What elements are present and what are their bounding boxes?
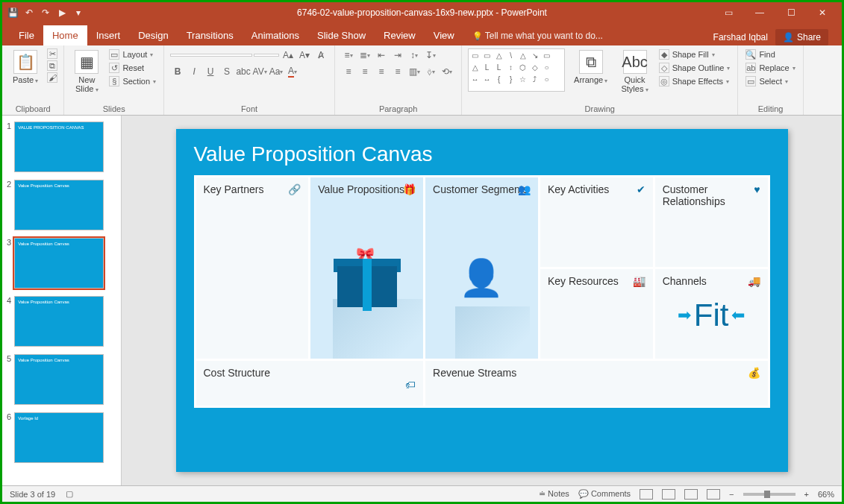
minimize-button[interactable]: — xyxy=(745,4,775,22)
shape-effects-button[interactable]: ◎Shape Effects xyxy=(657,75,732,87)
justify-icon[interactable]: ≡ xyxy=(390,65,405,78)
align-right-icon[interactable]: ≡ xyxy=(374,65,389,78)
text-shadow-icon[interactable]: abc xyxy=(236,65,251,78)
close-button[interactable]: ✕ xyxy=(807,4,837,22)
tab-transitions[interactable]: Transitions xyxy=(178,25,243,45)
text-direction-icon[interactable]: ↧ xyxy=(423,48,438,62)
underline-icon[interactable]: U xyxy=(203,65,218,78)
slide-thumbnails-panel[interactable]: 1VALUE PROPOSITION CANVAS 2Value Proposi… xyxy=(2,116,122,485)
tell-me-input[interactable]: Tell me what you want to do... xyxy=(463,26,612,45)
comments-button[interactable]: 💬 Comments xyxy=(578,489,631,499)
new-slide-button[interactable]: ▦New Slide xyxy=(70,48,103,95)
thumbnail-1[interactable]: 1VALUE PROPOSITION CANVAS xyxy=(7,122,116,172)
strikethrough-icon[interactable]: S xyxy=(219,65,234,78)
cell-customer-segments[interactable]: Customer Segments👥 👤 xyxy=(425,177,538,359)
font-size-input[interactable] xyxy=(254,54,279,57)
align-center-icon[interactable]: ≡ xyxy=(357,65,372,78)
thumbnail-2[interactable]: 2Value Proposition Canvas xyxy=(7,180,116,230)
tab-home[interactable]: Home xyxy=(43,25,87,45)
quick-styles-button[interactable]: AbcQuick Styles xyxy=(616,48,652,95)
smartart-icon[interactable]: ⟲ xyxy=(440,65,454,78)
reading-view-button[interactable] xyxy=(684,489,698,500)
qat-dropdown-icon[interactable]: ▾ xyxy=(72,7,84,19)
shapes-gallery[interactable]: ▭▭△\△↘▭ △LL↕⬡◇○ ↔↔{}☆⤴○ xyxy=(468,48,565,92)
font-face-input[interactable] xyxy=(170,54,252,57)
tab-review[interactable]: Review xyxy=(375,25,425,45)
ribbon-display-icon[interactable]: ▭ xyxy=(713,4,743,22)
section-button[interactable]: §Section xyxy=(107,75,157,87)
label-key-activities: Key Activities xyxy=(548,183,645,195)
share-button[interactable]: 👤Share xyxy=(775,29,828,45)
clear-formatting-icon[interactable]: A̷ xyxy=(313,48,328,62)
cell-revenue-streams[interactable]: Revenue Streams💰 xyxy=(425,361,767,406)
undo-icon[interactable]: ↶ xyxy=(23,7,35,19)
start-from-beginning-icon[interactable]: ▶ xyxy=(56,7,68,19)
tab-view[interactable]: View xyxy=(425,25,463,45)
maximize-button[interactable]: ☐ xyxy=(776,4,806,22)
tab-slideshow[interactable]: Slide Show xyxy=(308,25,375,45)
slide[interactable]: Value Proposition Canvas Key Partners🔗 K… xyxy=(176,129,788,472)
bold-icon[interactable]: B xyxy=(170,65,185,78)
tab-insert[interactable]: Insert xyxy=(87,25,130,45)
fit-text: Fit xyxy=(694,297,729,333)
character-spacing-icon[interactable]: AV xyxy=(252,65,267,78)
decrease-indent-icon[interactable]: ⇤ xyxy=(374,48,389,62)
normal-view-button[interactable] xyxy=(640,489,653,500)
thumbnail-6[interactable]: 6Vorlage Id xyxy=(7,412,116,463)
cell-key-activities[interactable]: Key Activities✔ xyxy=(540,177,653,267)
user-name[interactable]: Farshad Iqbal xyxy=(713,32,768,42)
cell-channels[interactable]: Channels🚚 ➡ Fit ⬅ xyxy=(655,269,768,359)
tab-file[interactable]: File xyxy=(10,25,43,45)
find-button[interactable]: 🔍Find xyxy=(744,48,796,60)
font-color-icon[interactable]: A xyxy=(285,65,300,78)
tab-animations[interactable]: Animations xyxy=(243,25,308,45)
change-case-icon[interactable]: Aa xyxy=(269,65,284,78)
zoom-value[interactable]: 66% xyxy=(818,490,834,499)
zoom-out-button[interactable]: − xyxy=(729,490,734,499)
format-painter-icon[interactable]: 🖌 xyxy=(47,72,57,83)
reset-button[interactable]: ↺Reset xyxy=(107,62,157,74)
cell-cost-structure[interactable]: Cost Structure🏷 xyxy=(196,361,424,406)
line-spacing-icon[interactable]: ↕ xyxy=(407,48,422,62)
decrease-font-icon[interactable]: A▾ xyxy=(297,48,312,62)
ribbon: 📋Paste ✂ ⧉ 🖌 Clipboard ▦New Slide ▭Layou… xyxy=(2,45,842,116)
arrange-button[interactable]: ⧉Arrange xyxy=(569,48,612,86)
save-icon[interactable]: 💾 xyxy=(7,7,19,19)
slideshow-view-button[interactable] xyxy=(707,489,720,500)
layout-button[interactable]: ▭Layout xyxy=(107,48,157,60)
slide-indicator[interactable]: Slide 3 of 19 xyxy=(10,490,55,499)
cell-customer-relationships[interactable]: Customer Relationships♥ xyxy=(655,177,768,267)
select-button[interactable]: ▭Select xyxy=(744,75,796,87)
paste-button[interactable]: 📋Paste xyxy=(8,48,43,86)
slide-canvas-area[interactable]: Value Proposition Canvas Key Partners🔗 K… xyxy=(122,116,842,485)
italic-icon[interactable]: I xyxy=(187,65,201,78)
shape-outline-button[interactable]: ◇Shape Outline xyxy=(657,62,732,74)
label-key-resources: Key Resources xyxy=(548,275,645,287)
increase-font-icon[interactable]: A▴ xyxy=(281,48,296,62)
thumbnail-3[interactable]: 3Value Proposition Canvas xyxy=(7,238,116,289)
bullets-icon[interactable]: ≡ xyxy=(341,48,356,62)
redo-icon[interactable]: ↷ xyxy=(40,7,51,19)
cell-key-resources[interactable]: Key Resources🏭 xyxy=(540,269,653,359)
cut-icon[interactable]: ✂ xyxy=(47,48,57,59)
slide-sorter-button[interactable] xyxy=(662,489,675,500)
notes-button[interactable]: ≐ Notes xyxy=(539,489,569,499)
tab-design[interactable]: Design xyxy=(129,25,177,45)
thumbnail-4[interactable]: 4Value Proposition Canvas xyxy=(7,296,116,347)
cell-value-propositions[interactable]: Value Propositions🎁 🎀 xyxy=(310,177,423,359)
numbering-icon[interactable]: ≣ xyxy=(357,48,372,62)
spellcheck-icon[interactable]: ▢ xyxy=(66,489,73,499)
arrange-label: Arrange xyxy=(574,75,607,84)
align-left-icon[interactable]: ≡ xyxy=(341,65,356,78)
copy-icon[interactable]: ⧉ xyxy=(47,60,57,71)
columns-icon[interactable]: ▥ xyxy=(407,65,422,78)
cell-key-partners[interactable]: Key Partners🔗 xyxy=(196,177,309,359)
shape-fill-button[interactable]: ◆Shape Fill xyxy=(657,48,732,60)
slide-title[interactable]: Value Proposition Canvas xyxy=(194,142,770,166)
zoom-in-button[interactable]: + xyxy=(804,490,809,499)
thumbnail-5[interactable]: 5Value Proposition Canvas xyxy=(7,354,116,405)
increase-indent-icon[interactable]: ⇥ xyxy=(390,48,405,62)
zoom-slider[interactable] xyxy=(743,493,795,496)
replace-button[interactable]: abReplace xyxy=(744,62,796,74)
align-text-icon[interactable]: ⎀ xyxy=(423,65,438,78)
